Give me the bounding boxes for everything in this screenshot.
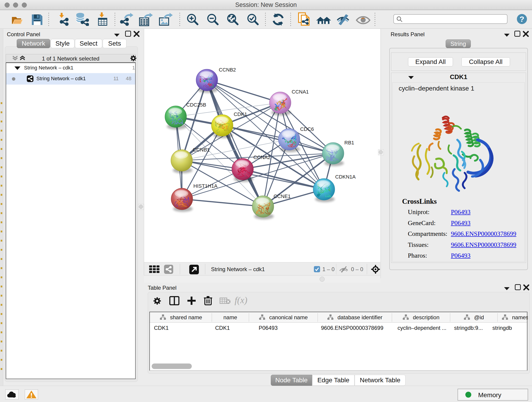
svg-text:CDC6: CDC6 <box>300 126 314 132</box>
svg-text:CDC25B: CDC25B <box>186 102 206 108</box>
svg-text:CCNE1: CCNE1 <box>273 193 291 199</box>
svg-text:CCNA2: CCNA2 <box>253 154 271 160</box>
svg-text:RB1: RB1 <box>344 140 354 146</box>
svg-text:CDKN1A: CDKN1A <box>335 174 356 180</box>
svg-text:CCNB2: CCNB2 <box>219 67 236 73</box>
svg-text:CCNA1: CCNA1 <box>292 89 309 95</box>
svg-text:HIST1H1A: HIST1H1A <box>193 183 217 189</box>
svg-text:CDK1: CDK1 <box>234 111 247 117</box>
svg-text:CCNB1: CCNB1 <box>193 147 210 153</box>
